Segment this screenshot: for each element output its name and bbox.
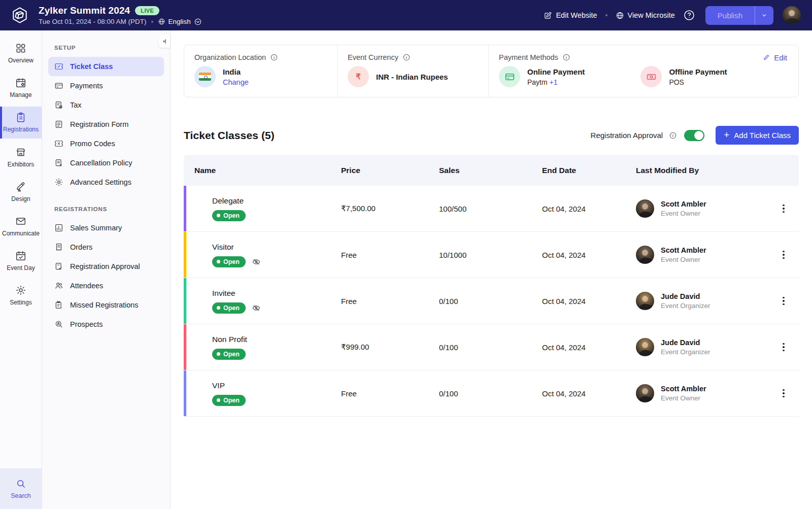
table-row[interactable]: VIP Open Free 0/100 Oct 04, 2024 Scott A… xyxy=(184,370,799,417)
registration-approval-toggle[interactable] xyxy=(684,130,704,141)
brand-logo-icon[interactable] xyxy=(10,6,29,25)
submenu-item-label: Ticket Class xyxy=(70,62,113,71)
status-badge[interactable]: Open xyxy=(212,256,246,267)
submenu-item-tax[interactable]: Tax xyxy=(48,95,164,115)
status-badge[interactable]: Open xyxy=(212,395,246,406)
sidebar-item-event-day[interactable]: Event Day xyxy=(0,245,42,277)
info-icon[interactable] xyxy=(270,53,278,61)
plus-icon: + xyxy=(724,130,729,140)
row-menu-button[interactable] xyxy=(780,294,788,309)
sidebar-item-label: Communicate xyxy=(2,230,40,237)
person-silhouette-icon xyxy=(636,292,654,310)
modified-by-role: Event Owner xyxy=(661,394,706,402)
status-label: Open xyxy=(223,397,240,404)
table-row[interactable]: Non Profit Open ₹999.00 0/100 Oct 04, 20… xyxy=(184,324,799,370)
submenu-item-prospects[interactable]: Prospects xyxy=(48,315,164,334)
table-row[interactable]: Visitor Open Free 10/1000 Oct 04, 2024 S… xyxy=(184,232,799,278)
eye-off-icon[interactable] xyxy=(252,257,261,266)
info-icon[interactable] xyxy=(669,131,677,140)
edit-payment-methods-button[interactable]: Edit xyxy=(763,53,787,62)
sidebar-item-exhibitors[interactable]: Exhibitors xyxy=(0,142,42,173)
sidebar-item-manage[interactable]: Manage xyxy=(0,72,42,104)
online-payment-title: Online Payment xyxy=(527,67,585,76)
avatar xyxy=(636,246,654,264)
submenu-item-cancellation-policy[interactable]: Cancellation Policy xyxy=(48,153,164,173)
registration-approval-label: Registration Approval xyxy=(591,131,663,140)
modified-by-name: Scott Ambler xyxy=(661,385,706,393)
status-dot-icon xyxy=(217,214,220,217)
ticket-end-date: Oct 04, 2024 xyxy=(542,389,636,398)
row-menu-button[interactable] xyxy=(780,248,788,262)
event-title: Zylker Summit 2024 xyxy=(39,5,130,16)
sidebar-item-communicate[interactable]: Communicate xyxy=(0,211,42,242)
missed-clipboard-icon xyxy=(54,300,63,310)
banknote-icon xyxy=(646,72,657,82)
submenu-item-registration-form[interactable]: Registration Form xyxy=(48,115,164,134)
status-badge[interactable]: Open xyxy=(212,302,246,314)
sidebar-item-registrations[interactable]: Registrations xyxy=(0,107,42,138)
status-label: Open xyxy=(223,212,240,219)
submenu-item-missed-registrations[interactable]: Missed Registrations xyxy=(48,295,164,315)
ticket-icon xyxy=(54,62,63,71)
app-screen: Zylker Summit 2024 LIVE Tue Oct 01, 2024… xyxy=(0,0,812,509)
offline-payment-group: Offline Payment POS xyxy=(640,66,727,87)
sidebar-item-overview[interactable]: Overview xyxy=(0,38,42,69)
eye-off-icon[interactable] xyxy=(252,303,261,313)
submenu-item-registration-approval[interactable]: Registration Approval xyxy=(48,257,164,276)
publish-button[interactable]: Publish xyxy=(705,6,755,25)
status-dot-icon xyxy=(217,398,220,402)
submenu-item-attendees[interactable]: Attendees xyxy=(48,276,164,295)
sidebar-item-design[interactable]: Design xyxy=(0,176,42,208)
booth-icon xyxy=(15,147,26,158)
topbar: Zylker Summit 2024 LIVE Tue Oct 01, 2024… xyxy=(0,0,812,30)
row-menu-button[interactable] xyxy=(780,340,788,355)
table-row[interactable]: Invitee Open Free 0/100 Oct 04, 2024 Jud… xyxy=(184,278,799,324)
help-icon[interactable] xyxy=(683,9,695,21)
user-avatar[interactable] xyxy=(783,6,801,24)
submenu-item-ticket-class[interactable]: Ticket Class xyxy=(48,57,164,76)
promo-ticket-icon xyxy=(54,139,63,148)
submenu-item-advanced-settings[interactable]: Advanced Settings xyxy=(48,173,164,192)
view-microsite-button[interactable]: View Microsite xyxy=(616,11,675,20)
submenu-item-payments[interactable]: Payments xyxy=(48,76,164,95)
submenu-item-sales-summary[interactable]: Sales Summary xyxy=(48,218,164,237)
modified-by-name: Scott Ambler xyxy=(661,200,706,208)
edit-website-button[interactable]: Edit Website xyxy=(544,11,597,20)
ticket-price: Free xyxy=(341,389,439,398)
credit-card-icon xyxy=(54,81,63,90)
calendar-check-icon xyxy=(15,250,26,261)
table-row[interactable]: Delegate Open ₹7,500.00 100/500 Oct 04, … xyxy=(184,186,799,232)
avatar xyxy=(636,292,654,310)
submenu-item-orders[interactable]: Orders xyxy=(48,237,164,257)
tax-document-icon xyxy=(54,100,63,110)
live-status-badge: LIVE xyxy=(135,6,159,15)
status-badge[interactable]: Open xyxy=(212,349,246,360)
calendar-gear-icon xyxy=(15,77,26,88)
sidebar-search-button[interactable]: Search xyxy=(0,468,42,509)
row-menu-button[interactable] xyxy=(780,386,788,401)
column-header-price: Price xyxy=(341,166,439,175)
people-icon xyxy=(54,281,63,290)
language-selector[interactable]: English xyxy=(158,18,202,26)
avatar xyxy=(636,199,654,218)
sidebar-item-settings[interactable]: Settings xyxy=(0,280,42,311)
status-badge[interactable]: Open xyxy=(212,210,246,221)
more-providers-link[interactable]: +1 xyxy=(550,78,558,86)
modified-by-role: Event Organizer xyxy=(661,348,710,356)
modified-by-role: Event Owner xyxy=(661,210,706,217)
collapse-sidebar-button[interactable] xyxy=(159,35,170,48)
clipboard-icon xyxy=(15,112,26,123)
change-location-link[interactable]: Change xyxy=(223,78,249,86)
pen-icon xyxy=(15,181,26,192)
row-menu-button[interactable] xyxy=(780,201,788,216)
online-payment-group: Online Payment Paytm +1 xyxy=(499,66,585,87)
publish-dropdown-button[interactable] xyxy=(755,6,773,25)
sidebar-item-label: Registrations xyxy=(3,126,39,133)
info-icon[interactable] xyxy=(562,53,570,61)
column-header-name: Name xyxy=(184,166,341,175)
modified-by-role: Event Owner xyxy=(661,256,706,263)
submenu-item-promo-codes[interactable]: Promo Codes xyxy=(48,134,164,153)
gear-icon xyxy=(15,285,26,296)
add-ticket-class-button[interactable]: + Add Ticket Class xyxy=(716,126,799,145)
info-icon[interactable] xyxy=(402,53,411,61)
